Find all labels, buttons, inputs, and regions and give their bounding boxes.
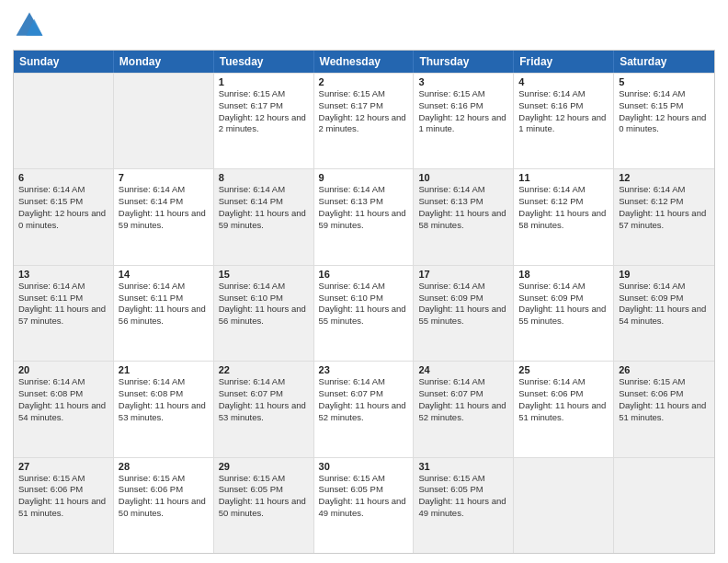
day-number: 6 xyxy=(18,172,108,183)
cal-cell: 21Sunrise: 6:14 AM Sunset: 6:08 PM Dayli… xyxy=(114,362,214,456)
cal-cell: 22Sunrise: 6:14 AM Sunset: 6:07 PM Dayli… xyxy=(214,362,314,456)
day-info: Sunrise: 6:15 AM Sunset: 6:05 PM Dayligh… xyxy=(319,473,409,520)
calendar-header-row: SundayMondayTuesdayWednesdayThursdayFrid… xyxy=(14,51,714,73)
day-number: 29 xyxy=(219,461,309,472)
day-info: Sunrise: 6:15 AM Sunset: 6:17 PM Dayligh… xyxy=(319,88,409,135)
day-info: Sunrise: 6:14 AM Sunset: 6:06 PM Dayligh… xyxy=(518,376,609,423)
cal-cell: 6Sunrise: 6:14 AM Sunset: 6:15 PM Daylig… xyxy=(14,169,114,264)
cal-cell: 16Sunrise: 6:14 AM Sunset: 6:10 PM Dayli… xyxy=(314,266,415,361)
cal-week-2: 6Sunrise: 6:14 AM Sunset: 6:15 PM Daylig… xyxy=(14,168,714,264)
day-info: Sunrise: 6:14 AM Sunset: 6:07 PM Dayligh… xyxy=(418,376,508,423)
day-number: 21 xyxy=(119,364,209,375)
cal-cell: 29Sunrise: 6:15 AM Sunset: 6:05 PM Dayli… xyxy=(214,458,314,553)
cal-cell xyxy=(114,74,214,168)
day-number: 27 xyxy=(18,461,108,472)
cal-header-tuesday: Tuesday xyxy=(214,51,314,73)
cal-header-friday: Friday xyxy=(514,51,614,73)
cal-cell: 17Sunrise: 6:14 AM Sunset: 6:09 PM Dayli… xyxy=(414,266,514,361)
cal-cell: 2Sunrise: 6:15 AM Sunset: 6:17 PM Daylig… xyxy=(314,74,415,168)
day-info: Sunrise: 6:15 AM Sunset: 6:06 PM Dayligh… xyxy=(619,376,710,423)
day-number: 10 xyxy=(418,172,508,183)
day-number: 8 xyxy=(219,172,309,183)
day-number: 4 xyxy=(518,76,609,87)
day-info: Sunrise: 6:14 AM Sunset: 6:16 PM Dayligh… xyxy=(518,88,609,135)
day-number: 26 xyxy=(619,364,710,375)
day-number: 12 xyxy=(619,172,710,183)
cal-cell: 28Sunrise: 6:15 AM Sunset: 6:06 PM Dayli… xyxy=(114,458,214,553)
cal-cell: 19Sunrise: 6:14 AM Sunset: 6:09 PM Dayli… xyxy=(614,266,714,361)
cal-cell: 18Sunrise: 6:14 AM Sunset: 6:09 PM Dayli… xyxy=(514,266,614,361)
cal-cell: 20Sunrise: 6:14 AM Sunset: 6:08 PM Dayli… xyxy=(14,362,114,456)
day-info: Sunrise: 6:15 AM Sunset: 6:16 PM Dayligh… xyxy=(418,88,508,135)
day-number: 5 xyxy=(619,76,710,87)
day-info: Sunrise: 6:14 AM Sunset: 6:09 PM Dayligh… xyxy=(518,281,609,327)
day-info: Sunrise: 6:14 AM Sunset: 6:14 PM Dayligh… xyxy=(119,184,209,231)
day-number: 28 xyxy=(119,461,209,472)
day-info: Sunrise: 6:14 AM Sunset: 6:13 PM Dayligh… xyxy=(418,184,508,231)
day-info: Sunrise: 6:14 AM Sunset: 6:15 PM Dayligh… xyxy=(18,184,108,231)
header xyxy=(13,9,715,42)
day-number: 9 xyxy=(319,172,409,183)
day-info: Sunrise: 6:14 AM Sunset: 6:12 PM Dayligh… xyxy=(619,184,710,231)
cal-week-1: 1Sunrise: 6:15 AM Sunset: 6:17 PM Daylig… xyxy=(14,73,714,168)
cal-cell: 9Sunrise: 6:14 AM Sunset: 6:13 PM Daylig… xyxy=(314,169,415,264)
logo-icon xyxy=(13,9,46,42)
cal-cell: 30Sunrise: 6:15 AM Sunset: 6:05 PM Dayli… xyxy=(314,458,415,553)
cal-cell: 26Sunrise: 6:15 AM Sunset: 6:06 PM Dayli… xyxy=(614,362,714,456)
day-number: 13 xyxy=(18,269,108,280)
day-number: 18 xyxy=(518,269,609,280)
cal-header-thursday: Thursday xyxy=(414,51,514,73)
day-info: Sunrise: 6:14 AM Sunset: 6:13 PM Dayligh… xyxy=(319,184,409,231)
day-info: Sunrise: 6:14 AM Sunset: 6:10 PM Dayligh… xyxy=(219,281,309,327)
day-number: 23 xyxy=(319,364,409,375)
logo xyxy=(13,9,50,42)
cal-cell: 5Sunrise: 6:14 AM Sunset: 6:15 PM Daylig… xyxy=(614,74,714,168)
cal-cell: 14Sunrise: 6:14 AM Sunset: 6:11 PM Dayli… xyxy=(114,266,214,361)
cal-cell: 31Sunrise: 6:15 AM Sunset: 6:05 PM Dayli… xyxy=(414,458,514,553)
day-number: 3 xyxy=(418,76,508,87)
day-number: 22 xyxy=(219,364,309,375)
cal-cell xyxy=(14,74,114,168)
cal-cell: 3Sunrise: 6:15 AM Sunset: 6:16 PM Daylig… xyxy=(414,74,514,168)
day-info: Sunrise: 6:15 AM Sunset: 6:05 PM Dayligh… xyxy=(418,473,508,520)
cal-week-5: 27Sunrise: 6:15 AM Sunset: 6:06 PM Dayli… xyxy=(14,457,714,553)
day-info: Sunrise: 6:15 AM Sunset: 6:17 PM Dayligh… xyxy=(219,88,309,135)
cal-cell: 27Sunrise: 6:15 AM Sunset: 6:06 PM Dayli… xyxy=(14,458,114,553)
day-info: Sunrise: 6:14 AM Sunset: 6:15 PM Dayligh… xyxy=(619,88,710,135)
day-info: Sunrise: 6:15 AM Sunset: 6:06 PM Dayligh… xyxy=(18,473,108,520)
day-info: Sunrise: 6:14 AM Sunset: 6:07 PM Dayligh… xyxy=(319,376,409,423)
cal-cell: 13Sunrise: 6:14 AM Sunset: 6:11 PM Dayli… xyxy=(14,266,114,361)
cal-cell: 24Sunrise: 6:14 AM Sunset: 6:07 PM Dayli… xyxy=(414,362,514,456)
cal-week-3: 13Sunrise: 6:14 AM Sunset: 6:11 PM Dayli… xyxy=(14,265,714,361)
cal-cell: 23Sunrise: 6:14 AM Sunset: 6:07 PM Dayli… xyxy=(314,362,415,456)
cal-cell: 11Sunrise: 6:14 AM Sunset: 6:12 PM Dayli… xyxy=(514,169,614,264)
page: SundayMondayTuesdayWednesdayThursdayFrid… xyxy=(0,0,728,563)
day-number: 16 xyxy=(319,269,409,280)
calendar: SundayMondayTuesdayWednesdayThursdayFrid… xyxy=(13,50,715,554)
cal-cell: 15Sunrise: 6:14 AM Sunset: 6:10 PM Dayli… xyxy=(214,266,314,361)
day-number: 14 xyxy=(119,269,209,280)
day-info: Sunrise: 6:15 AM Sunset: 6:05 PM Dayligh… xyxy=(219,473,309,520)
cal-cell: 4Sunrise: 6:14 AM Sunset: 6:16 PM Daylig… xyxy=(514,74,614,168)
cal-cell: 25Sunrise: 6:14 AM Sunset: 6:06 PM Dayli… xyxy=(514,362,614,456)
day-info: Sunrise: 6:14 AM Sunset: 6:08 PM Dayligh… xyxy=(119,376,209,423)
cal-header-saturday: Saturday xyxy=(614,51,714,73)
day-info: Sunrise: 6:14 AM Sunset: 6:10 PM Dayligh… xyxy=(319,281,409,327)
day-number: 2 xyxy=(319,76,409,87)
day-info: Sunrise: 6:15 AM Sunset: 6:06 PM Dayligh… xyxy=(119,473,209,520)
cal-cell xyxy=(614,458,714,553)
day-number: 11 xyxy=(518,172,609,183)
day-number: 17 xyxy=(418,269,508,280)
day-info: Sunrise: 6:14 AM Sunset: 6:07 PM Dayligh… xyxy=(219,376,309,423)
cal-cell: 1Sunrise: 6:15 AM Sunset: 6:17 PM Daylig… xyxy=(214,74,314,168)
cal-cell: 10Sunrise: 6:14 AM Sunset: 6:13 PM Dayli… xyxy=(414,169,514,264)
day-info: Sunrise: 6:14 AM Sunset: 6:11 PM Dayligh… xyxy=(119,281,209,327)
day-info: Sunrise: 6:14 AM Sunset: 6:08 PM Dayligh… xyxy=(18,376,108,423)
cal-cell: 12Sunrise: 6:14 AM Sunset: 6:12 PM Dayli… xyxy=(614,169,714,264)
cal-cell xyxy=(514,458,614,553)
day-number: 30 xyxy=(319,461,409,472)
day-info: Sunrise: 6:14 AM Sunset: 6:14 PM Dayligh… xyxy=(219,184,309,231)
day-number: 1 xyxy=(219,76,309,87)
day-number: 7 xyxy=(119,172,209,183)
cal-header-monday: Monday xyxy=(114,51,214,73)
